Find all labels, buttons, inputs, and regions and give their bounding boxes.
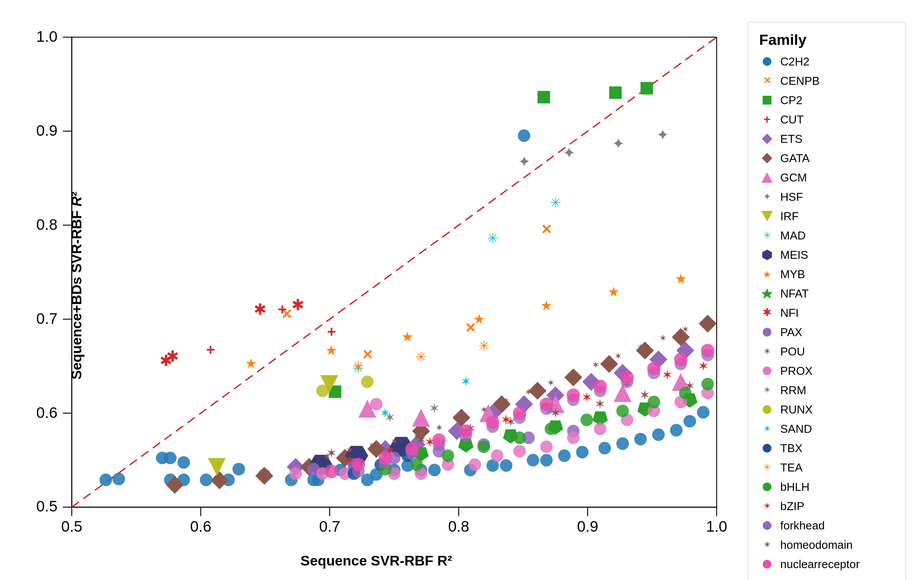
svg-text:✶: ✶ [763, 384, 771, 395]
nfi-icon: ✱ [759, 305, 775, 321]
svg-text:✶: ✶ [460, 374, 472, 389]
svg-point-193 [648, 396, 660, 409]
svg-text:1.0: 1.0 [706, 518, 727, 535]
mad-label: MAD [780, 229, 806, 243]
nuclearreceptor-label: nuclearreceptor [780, 558, 860, 571]
homeodomain-label: homeodomain [780, 538, 853, 552]
svg-point-163 [469, 458, 481, 471]
svg-text:★: ★ [675, 271, 687, 286]
svg-text:✶: ✶ [569, 369, 577, 380]
plot-svg: 0.5 0.6 0.7 0.8 0.9 1.0 0.5 0.6 0.7 0.8 … [18, 26, 735, 545]
plot-area: Sequence+BDs SVR-RBF R² 0.5 0.6 0.7 0.8 [18, 26, 735, 545]
svg-point-277 [763, 521, 771, 530]
sand-label: SAND [780, 422, 812, 436]
pou-label: POU [780, 345, 805, 359]
svg-text:✳: ✳ [487, 231, 498, 246]
svg-point-190 [545, 423, 557, 435]
svg-text:✶: ✶ [480, 404, 488, 415]
runx-icon [759, 402, 775, 417]
pax-icon [759, 324, 775, 340]
tbx-icon [759, 440, 775, 456]
meis-icon [759, 247, 775, 263]
bhlh-label: bHLH [780, 480, 809, 494]
legend-item-tbx: TBX [759, 440, 895, 456]
svg-rect-71 [609, 87, 622, 99]
svg-text:0.6: 0.6 [36, 404, 58, 421]
svg-text:0.8: 0.8 [36, 216, 58, 233]
svg-text:✶: ✶ [323, 451, 331, 462]
svg-point-194 [679, 387, 692, 399]
nfat-icon [759, 286, 775, 301]
legend-item-cut: + CUT [759, 112, 895, 127]
cut-icon: + [759, 112, 775, 127]
svg-point-167 [567, 431, 580, 444]
svg-text:+: + [764, 113, 771, 126]
svg-text:✦: ✦ [518, 153, 531, 170]
tbx-label: TBX [780, 442, 803, 455]
svg-point-279 [763, 560, 771, 569]
myb-label: MYB [780, 268, 805, 281]
svg-point-60 [652, 428, 665, 441]
y-axis-label: Sequence+BDs SVR-RBF R² [69, 192, 85, 380]
svg-text:✕: ✕ [541, 222, 552, 237]
svg-point-247 [567, 388, 580, 402]
svg-marker-257 [762, 134, 772, 144]
svg-text:✶: ✶ [763, 423, 771, 434]
svg-text:✶: ✶ [763, 500, 771, 511]
svg-point-241 [405, 442, 419, 456]
cp2-label: CP2 [780, 94, 803, 107]
svg-text:✦: ✦ [657, 127, 669, 143]
gcm-label: GCM [780, 171, 807, 185]
legend-item-sand: ✶ SAND [759, 421, 895, 437]
svg-point-54 [540, 454, 553, 467]
svg-marker-259 [761, 172, 773, 183]
svg-point-187 [442, 450, 455, 462]
legend-item-hsf: ✦ HSF [759, 189, 895, 205]
legend-item-pou: ✶ POU [759, 344, 895, 359]
meis-label: MEIS [780, 248, 808, 262]
svg-text:✶: ✶ [435, 422, 443, 433]
gcm-icon [759, 170, 775, 185]
svg-point-250 [647, 362, 661, 375]
svg-text:✱: ✱ [166, 348, 179, 365]
svg-marker-261 [761, 211, 773, 221]
svg-text:✱: ✱ [254, 301, 266, 318]
svg-text:✱: ✱ [291, 297, 304, 313]
svg-point-253 [763, 57, 771, 66]
svg-text:★: ★ [401, 329, 414, 344]
svg-point-34 [178, 456, 190, 469]
svg-point-31 [164, 452, 177, 464]
svg-point-191 [581, 413, 593, 426]
bzip-label: bZIP [780, 500, 804, 513]
svg-point-61 [670, 424, 683, 437]
prox-icon [759, 363, 775, 379]
prox-label: PROX [780, 364, 813, 378]
nfi-label: NFI [780, 306, 799, 320]
svg-text:✳: ✳ [763, 230, 771, 241]
svg-point-35 [200, 474, 213, 486]
svg-point-195 [702, 378, 714, 391]
svg-text:✶: ✶ [458, 413, 466, 424]
legend-item-myb: ★ MYB [759, 266, 895, 282]
legend-item-ets: ETS [759, 131, 895, 147]
svg-point-64 [518, 129, 531, 142]
legend-item-tea: ✳ TEA [759, 460, 895, 475]
legend-item-bzip: ✶ bZIP [759, 498, 895, 514]
svg-point-164 [491, 450, 504, 462]
svg-text:✶: ✶ [413, 431, 421, 442]
bhlh-icon [759, 479, 775, 495]
svg-point-175 [316, 384, 329, 397]
svg-point-52 [500, 459, 513, 472]
legend-box: Family C2H2 ✕ CENPB CP2 + CUT [748, 22, 906, 580]
svg-text:+: + [327, 323, 336, 340]
svg-point-166 [540, 440, 553, 453]
tea-label: TEA [780, 461, 803, 475]
gata-icon [759, 150, 775, 166]
svg-point-249 [620, 371, 634, 384]
svg-text:1.0: 1.0 [36, 28, 58, 45]
rrm-label: RRM [780, 384, 806, 397]
legend-item-runx: RUNX [759, 402, 895, 417]
x-axis-label: Sequence SVR-RBF R² [301, 553, 452, 569]
nfat-label: NFAT [780, 287, 809, 301]
svg-point-238 [325, 465, 338, 478]
